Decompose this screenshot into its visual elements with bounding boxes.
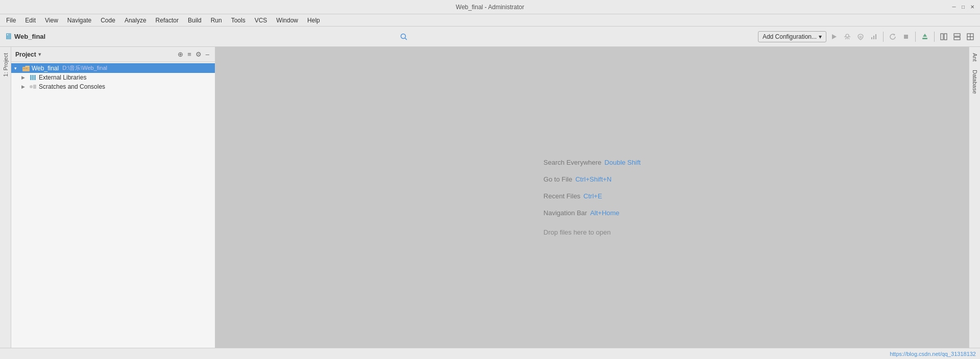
status-link[interactable]: https://blog.csdn.net/qq_31318132 — [890, 351, 976, 357]
search-everywhere-btn[interactable] — [398, 32, 409, 42]
svg-rect-17 — [944, 34, 947, 40]
svg-marker-15 — [923, 34, 927, 37]
sidebar-sync-btn[interactable]: ⊕ — [176, 49, 185, 59]
close-button[interactable]: ✕ — [969, 4, 976, 11]
menu-item-file[interactable]: File — [2, 16, 20, 25]
tree-label-scratches: Scratches and Consoles — [39, 83, 105, 90]
tree-icon-ext-lib — [29, 74, 37, 81]
stop-icon — [902, 33, 910, 40]
right-gutter: Ant Database — [969, 47, 980, 348]
menu-item-code[interactable]: Code — [96, 16, 119, 25]
svg-point-3 — [846, 34, 849, 37]
toolbar-sep3 — [934, 32, 935, 42]
project-name: Web_final — [14, 33, 45, 40]
build-icon — [921, 33, 928, 40]
svg-point-29 — [30, 85, 33, 88]
tree-chevron-scratches: ▶ — [21, 84, 28, 89]
tree-icon-scratches — [29, 83, 37, 90]
svg-line-1 — [405, 38, 407, 40]
sidebar-item-project[interactable]: 1: Project — [2, 49, 10, 81]
tree-item-web-final[interactable]: ▾ Web_final D:\音乐\Web_final — [11, 63, 215, 73]
menu-item-edit[interactable]: Edit — [21, 16, 40, 25]
coverage-button[interactable] — [855, 32, 866, 42]
sidebar-dropdown-icon[interactable]: ▾ — [38, 52, 41, 57]
menu-bar: FileEditViewNavigateCodeAnalyzeRefactorB… — [0, 14, 980, 27]
menu-item-analyze[interactable]: Analyze — [120, 16, 151, 25]
build-project-button[interactable] — [919, 32, 930, 42]
coverage-icon — [857, 33, 864, 40]
tree-item-scratches[interactable]: ▶ Scratches and Consoles — [11, 82, 215, 91]
hint-goto-file: Go to File Ctrl+Shift+N — [544, 175, 611, 183]
svg-line-4 — [845, 38, 846, 39]
rerun-button[interactable] — [887, 32, 898, 42]
left-gutter: 1: Project — [0, 47, 11, 348]
layout2-icon — [953, 33, 961, 40]
right-tab-database[interactable]: Database — [971, 66, 979, 98]
svg-marker-12 — [894, 34, 895, 36]
tree-label-web-final: Web_final — [32, 65, 59, 72]
profile-button[interactable] — [868, 32, 879, 42]
menu-item-refactor[interactable]: Refactor — [152, 16, 183, 25]
tree-area: ▾ Web_final D:\音乐\Web_final ▶ — [11, 62, 215, 348]
right-tab-ant[interactable]: Ant — [971, 49, 979, 66]
svg-rect-11 — [875, 34, 876, 39]
toolbar-sep1 — [883, 32, 884, 42]
editor-area[interactable]: Search Everywhere Double Shift Go to Fil… — [215, 47, 969, 348]
drop-hint: Drop files here to open — [544, 228, 611, 236]
hint-nav-bar: Navigation Bar Alt+Home — [544, 209, 620, 217]
toolbar-sep2 — [915, 32, 916, 42]
sidebar-settings-btn[interactable]: ⚙ — [194, 49, 203, 59]
rerun-icon — [889, 33, 896, 40]
sidebar-actions: ⊕ ≡ ⚙ – — [176, 49, 211, 59]
minimize-button[interactable]: ─ — [950, 4, 958, 11]
tree-chevron-ext-lib: ▶ — [21, 75, 28, 80]
svg-point-0 — [401, 34, 406, 38]
svg-rect-27 — [32, 75, 34, 80]
sidebar-header: Project ▾ ⊕ ≡ ⚙ – — [11, 47, 215, 62]
svg-rect-30 — [33, 85, 36, 89]
tree-item-external-libraries[interactable]: ▶ External Libraries — [11, 73, 215, 82]
menu-item-tools[interactable]: Tools — [227, 16, 250, 25]
main-area: 1: Project Project ▾ ⊕ ≡ ⚙ – ▾ — [0, 47, 980, 348]
sidebar-sort-btn[interactable]: ≡ — [186, 49, 193, 59]
editor-hints: Search Everywhere Double Shift Go to Fil… — [544, 159, 641, 236]
svg-marker-2 — [832, 34, 837, 39]
svg-rect-14 — [922, 38, 927, 39]
svg-rect-24 — [23, 68, 25, 69]
menu-item-window[interactable]: Window — [272, 16, 302, 25]
debug-button[interactable] — [842, 32, 853, 42]
layout3-button[interactable] — [965, 32, 976, 42]
svg-rect-28 — [34, 75, 36, 80]
menu-item-run[interactable]: Run — [207, 16, 226, 25]
svg-rect-19 — [954, 37, 960, 40]
layout-button[interactable] — [938, 32, 949, 42]
debug-icon — [844, 33, 851, 40]
tree-icon-web-final — [22, 65, 30, 72]
run-button[interactable] — [828, 32, 840, 42]
title-text: Web_final - Administrator — [456, 4, 524, 11]
menu-item-view[interactable]: View — [41, 16, 62, 25]
toolbar: 🖥 Web_final Add Configuration... ▾ — [0, 27, 980, 47]
menu-item-build[interactable]: Build — [184, 16, 206, 25]
project-logo-icon: 🖥 — [4, 32, 12, 41]
menu-item-vcs[interactable]: VCS — [251, 16, 272, 25]
maximize-button[interactable]: □ — [960, 4, 967, 11]
menu-item-help[interactable]: Help — [303, 16, 324, 25]
sidebar-collapse-btn[interactable]: – — [204, 49, 211, 59]
tree-label-ext-lib: External Libraries — [39, 74, 86, 81]
hint-search: Search Everywhere Double Shift — [544, 159, 641, 166]
menu-item-navigate[interactable]: Navigate — [63, 16, 95, 25]
svg-rect-25 — [26, 68, 28, 69]
svg-rect-16 — [941, 34, 943, 40]
layout-icon — [940, 33, 947, 40]
add-configuration-button[interactable]: Add Configuration... ▾ — [758, 31, 826, 42]
status-bar: https://blog.csdn.net/qq_31318132 — [0, 348, 980, 359]
stop-button[interactable] — [900, 32, 912, 42]
svg-rect-9 — [871, 37, 872, 39]
tree-chevron-web-final: ▾ — [14, 66, 20, 71]
layout2-button[interactable] — [951, 32, 963, 42]
window-controls: ─ □ ✕ — [950, 4, 976, 11]
svg-rect-10 — [873, 36, 874, 39]
layout3-icon — [967, 33, 974, 40]
run-icon — [830, 33, 838, 40]
